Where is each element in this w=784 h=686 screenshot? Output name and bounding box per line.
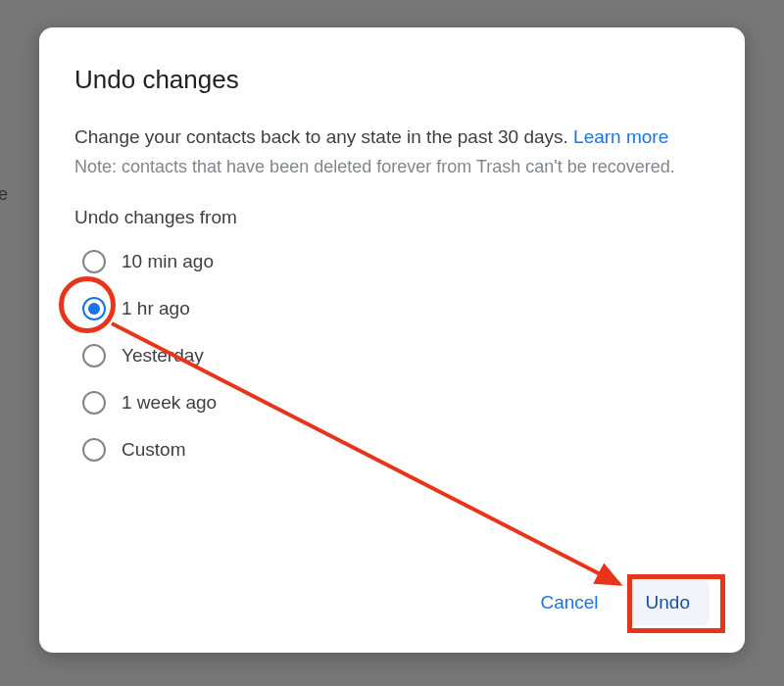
radio-option-yesterday[interactable]: Yesterday xyxy=(82,344,710,368)
radio-icon xyxy=(82,250,106,273)
learn-more-link[interactable]: Learn more xyxy=(573,126,668,147)
radio-label: Yesterday xyxy=(122,345,204,367)
radio-option-1hr[interactable]: 1 hr ago xyxy=(82,297,710,320)
background-text-fragment: e xyxy=(0,184,8,205)
description-text: Change your contacts back to any state i… xyxy=(74,126,573,147)
undo-button[interactable]: Undo xyxy=(626,580,710,625)
dialog-title: Undo changes xyxy=(74,65,710,95)
dialog-note: Note: contacts that have been deleted fo… xyxy=(74,155,710,179)
button-row: Cancel Undo xyxy=(74,561,710,625)
radio-option-1week[interactable]: 1 week ago xyxy=(82,391,710,415)
dialog-description: Change your contacts back to any state i… xyxy=(74,124,710,151)
radio-icon xyxy=(82,391,106,415)
radio-label: 1 hr ago xyxy=(122,298,190,319)
undo-changes-dialog: Undo changes Change your contacts back t… xyxy=(39,27,745,653)
radio-label: Custom xyxy=(122,439,185,461)
radio-option-10min[interactable]: 10 min ago xyxy=(82,250,710,273)
radio-group: 10 min ago 1 hr ago Yesterday 1 week ago… xyxy=(74,250,710,462)
radio-icon xyxy=(82,297,106,320)
radio-option-custom[interactable]: Custom xyxy=(82,438,710,462)
radio-icon xyxy=(82,344,106,368)
radio-label: 10 min ago xyxy=(122,251,214,272)
radio-icon xyxy=(82,438,106,462)
radio-label: 1 week ago xyxy=(122,392,217,414)
section-label: Undo changes from xyxy=(74,207,710,228)
cancel-button[interactable]: Cancel xyxy=(520,580,617,625)
